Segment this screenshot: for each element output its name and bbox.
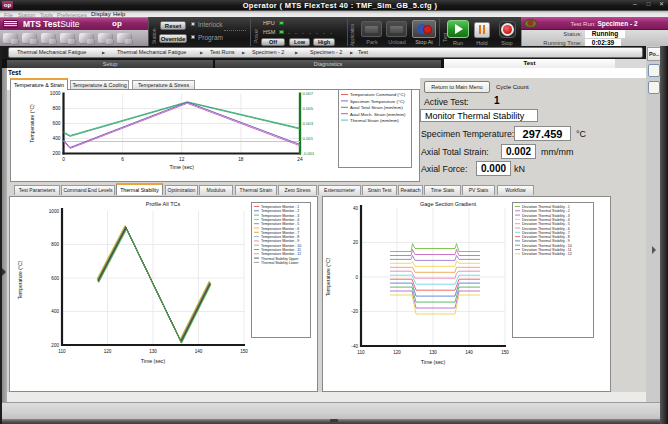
- svg-text:Gage Section Gradient: Gage Section Gradient: [420, 201, 476, 207]
- svg-text:-40: -40: [351, 344, 358, 349]
- svg-text:-20: -20: [351, 309, 358, 314]
- svg-text:110: 110: [357, 350, 365, 355]
- svg-text:150: 150: [240, 349, 248, 354]
- svg-text:600: 600: [52, 121, 60, 126]
- svg-text:140: 140: [195, 349, 203, 354]
- svg-text:12: 12: [179, 157, 185, 162]
- svg-text:150: 150: [501, 350, 509, 355]
- svg-text:Time (sec): Time (sec): [170, 164, 195, 170]
- svg-text:20: 20: [353, 240, 359, 245]
- svg-text:Temperature (°C): Temperature (°C): [325, 257, 331, 296]
- svg-text:140: 140: [465, 350, 473, 355]
- svg-text:1000: 1000: [50, 91, 61, 96]
- svg-text:0.001: 0.001: [303, 136, 314, 141]
- svg-text:Axial Total Strain (mm/mm): Axial Total Strain (mm/mm): [350, 105, 403, 110]
- svg-text:18: 18: [238, 157, 244, 162]
- svg-text:Thermal Strain (mm/mm): Thermal Strain (mm/mm): [350, 118, 399, 123]
- svg-text:0.003: 0.003: [303, 121, 314, 126]
- svg-text:40: 40: [353, 206, 359, 211]
- svg-text:400: 400: [51, 309, 59, 314]
- svg-text:Specimen Temperature (°C): Specimen Temperature (°C): [350, 99, 405, 104]
- svg-text:0: 0: [62, 157, 65, 162]
- svg-text:Temperature (°C): Temperature (°C): [29, 104, 35, 143]
- svg-text:-0.001: -0.001: [303, 151, 316, 156]
- svg-text:6: 6: [121, 157, 124, 162]
- svg-text:Time (sec): Time (sec): [141, 358, 166, 364]
- svg-text:Temperature (°C): Temperature (°C): [17, 260, 23, 299]
- svg-text:120: 120: [104, 349, 112, 354]
- svg-text:Thermal Stability Lower: Thermal Stability Lower: [261, 261, 299, 265]
- svg-text:110: 110: [58, 349, 66, 354]
- svg-text:120: 120: [393, 350, 401, 355]
- svg-text:800: 800: [51, 242, 59, 247]
- svg-text:130: 130: [149, 349, 157, 354]
- svg-text:24: 24: [297, 157, 303, 162]
- svg-text:Temperature Command (°C): Temperature Command (°C): [350, 92, 406, 97]
- svg-text:Profile All TCs: Profile All TCs: [146, 201, 181, 207]
- svg-text:400: 400: [52, 136, 60, 141]
- svg-text:0: 0: [355, 275, 358, 280]
- svg-text:0.005: 0.005: [303, 106, 314, 111]
- svg-text:800: 800: [52, 106, 60, 111]
- svg-text:Time (sec): Time (sec): [421, 359, 446, 365]
- svg-text:200: 200: [52, 151, 60, 156]
- svg-text:0.007: 0.007: [303, 91, 314, 96]
- svg-text:600: 600: [51, 276, 59, 281]
- svg-text:200: 200: [51, 343, 59, 348]
- svg-text:Axial Mech. Strain (mm/mm): Axial Mech. Strain (mm/mm): [350, 112, 406, 117]
- svg-text:1000: 1000: [49, 209, 60, 214]
- svg-text:Deviation Thermal Stability -: Deviation Thermal Stability - 12: [522, 252, 572, 256]
- svg-text:130: 130: [429, 350, 437, 355]
